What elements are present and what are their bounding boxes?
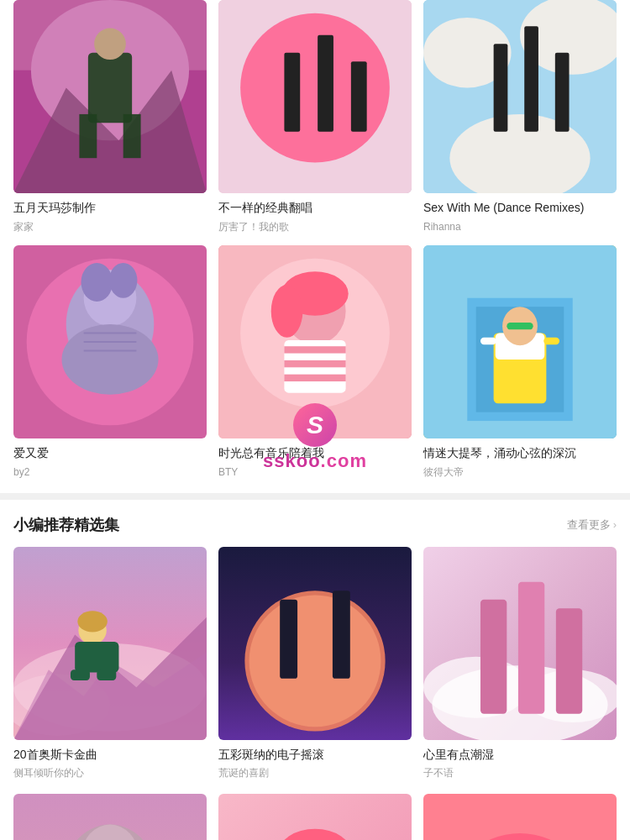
bottom-partial-section: [0, 794, 630, 840]
album-cover-3: [423, 0, 617, 193]
svg-point-34: [271, 285, 303, 338]
svg-rect-37: [284, 360, 345, 367]
album-subtitle-3: Rihanna: [423, 220, 617, 234]
album-subtitle-6: 彼得大帝: [423, 465, 617, 480]
bottom-cover-3: [423, 794, 617, 840]
rec-title-2: 五彩斑纳的电子摇滚: [218, 747, 412, 764]
album-cover-1: [13, 0, 207, 193]
album-title-2: 不一样的经典翻唱: [218, 200, 412, 217]
album-item-6[interactable]: 情迷大提琴，涌动心弦的深沉 彼得大帝: [423, 245, 617, 479]
album-subtitle-4: by2: [13, 465, 207, 480]
album-item-4[interactable]: 爱又爱 by2: [13, 245, 207, 479]
rec-item-1[interactable]: 20首奥斯卡金曲 侧耳倾听你的心: [13, 547, 207, 780]
svg-point-26: [109, 263, 137, 298]
rec-item-3[interactable]: 心里有点潮湿 子不语: [423, 547, 617, 780]
bottom-item-3[interactable]: [423, 794, 617, 840]
rec-subtitle-3: 子不语: [423, 766, 617, 780]
bottom-item-2[interactable]: [218, 794, 412, 840]
album-item-1[interactable]: 五月天玛莎制作 家家: [13, 0, 207, 234]
svg-rect-18: [524, 26, 538, 131]
svg-rect-5: [79, 114, 97, 158]
section-divider: [0, 493, 630, 500]
svg-rect-56: [97, 669, 116, 680]
album-cover-5: [218, 245, 412, 438]
bottom-item-1[interactable]: [13, 794, 207, 840]
svg-rect-69: [556, 608, 582, 713]
svg-rect-10: [284, 53, 300, 132]
svg-rect-11: [318, 35, 333, 132]
see-more-label: 查看更多: [567, 517, 611, 533]
svg-rect-6: [123, 114, 141, 158]
album-item-2[interactable]: 不一样的经典翻唱 厉害了！我的歌: [218, 0, 412, 234]
svg-rect-38: [284, 375, 345, 381]
svg-point-9: [240, 13, 390, 163]
album-cover-2: [218, 0, 412, 193]
svg-rect-67: [480, 600, 507, 714]
svg-point-65: [423, 656, 528, 717]
svg-rect-19: [555, 53, 570, 132]
album-title-6: 情迷大提琴，涌动心弦的深沉: [423, 445, 617, 462]
album-item-5[interactable]: 时光总有音乐陪着我 BTY: [218, 245, 412, 479]
svg-rect-61: [280, 600, 297, 679]
album-cover-6: [423, 245, 617, 438]
svg-point-57: [77, 611, 108, 632]
see-more-button[interactable]: 查看更多 ›: [567, 517, 617, 533]
rec-title-1: 20首奥斯卡金曲: [13, 747, 207, 764]
recommend-title: 小编推荐精选集: [13, 515, 119, 535]
svg-rect-55: [71, 669, 90, 680]
album-title-3: Sex With Me (Dance Remixes): [423, 200, 617, 217]
svg-rect-17: [494, 44, 508, 132]
recommend-header: 小编推荐精选集 查看更多 ›: [13, 500, 617, 547]
svg-rect-54: [75, 642, 118, 673]
rec-cover-1: [13, 547, 207, 740]
album-title-4: 爱又爱: [13, 445, 207, 462]
svg-rect-79: [423, 794, 617, 840]
bottom-partial-grid: [13, 794, 617, 840]
svg-rect-12: [351, 61, 367, 132]
top-albums-section: 五月天玛莎制作 家家 不一样的经典翻唱 厉害了！我的歌: [0, 0, 630, 493]
recommend-grid: 20首奥斯卡金曲 侧耳倾听你的心: [13, 547, 617, 780]
album-subtitle-1: 家家: [13, 220, 207, 234]
album-subtitle-5: BTY: [218, 465, 412, 480]
rec-title-3: 心里有点潮湿: [423, 747, 617, 764]
svg-rect-45: [507, 323, 533, 329]
svg-point-24: [62, 324, 159, 395]
svg-rect-4: [88, 53, 132, 123]
rec-item-2[interactable]: 五彩斑纳的电子摇滚 荒诞的喜剧: [218, 547, 412, 780]
album-title-1: 五月天玛莎制作: [13, 200, 207, 217]
svg-rect-47: [543, 338, 559, 344]
recommend-section: 小编推荐精选集 查看更多 ›: [0, 500, 630, 794]
rec-cover-3: [423, 547, 617, 740]
rec-subtitle-2: 荒诞的喜剧: [218, 766, 412, 780]
top-albums-grid: 五月天玛莎制作 家家 不一样的经典翻唱 厉害了！我的歌: [13, 0, 617, 480]
svg-rect-36: [284, 347, 345, 354]
rec-subtitle-1: 侧耳倾听你的心: [13, 766, 207, 780]
svg-point-7: [94, 28, 126, 60]
bottom-cover-2: [218, 794, 412, 840]
svg-rect-62: [333, 591, 350, 679]
chevron-right-icon: ›: [613, 518, 617, 531]
svg-point-60: [249, 595, 381, 727]
album-item-3[interactable]: Sex With Me (Dance Remixes) Rihanna: [423, 0, 617, 234]
album-cover-4: [13, 245, 207, 438]
album-subtitle-2: 厉害了！我的歌: [218, 220, 412, 234]
svg-point-25: [81, 263, 113, 302]
svg-rect-46: [480, 338, 496, 344]
bottom-cover-1: [13, 794, 207, 840]
rec-cover-2: [218, 547, 412, 740]
svg-rect-68: [518, 582, 544, 714]
album-title-5: 时光总有音乐陪着我: [218, 445, 412, 462]
